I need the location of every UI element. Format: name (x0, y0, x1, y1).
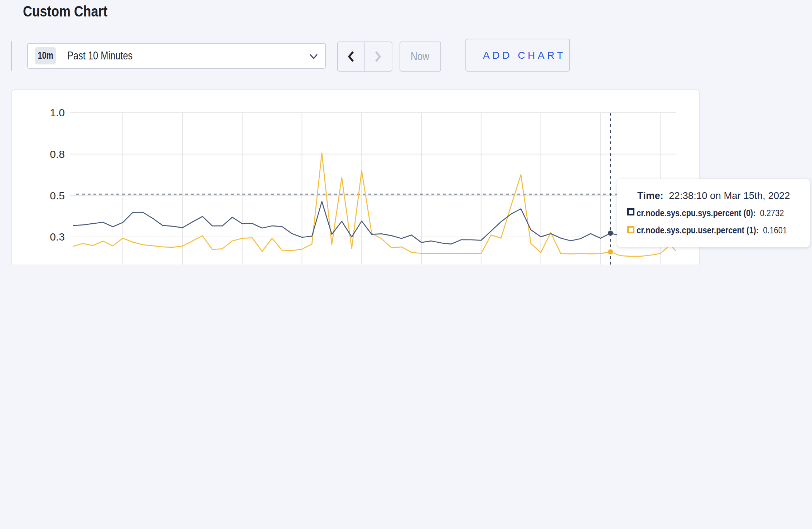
svg-text:0.3: 0.3 (49, 231, 64, 243)
svg-text:0.5: 0.5 (49, 190, 64, 202)
svg-text:1.0: 1.0 (49, 107, 64, 118)
svg-text:0.8: 0.8 (49, 148, 64, 160)
